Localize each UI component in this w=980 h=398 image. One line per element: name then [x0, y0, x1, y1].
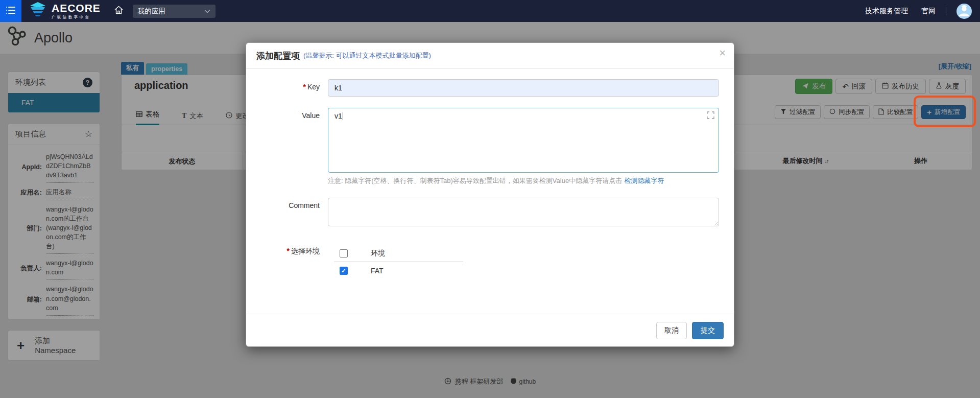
app-select-value: 我的应用 [138, 7, 165, 16]
required-mark: * [303, 83, 305, 91]
key-input[interactable] [328, 79, 719, 97]
detect-hidden-char-link[interactable]: 检测隐藏字符 [624, 177, 664, 184]
env-option-label: 环境 [371, 249, 385, 258]
home-button[interactable] [114, 5, 124, 17]
env-options-list: 环境 ✓ FAT [334, 245, 463, 279]
comment-form-row: Comment [246, 198, 719, 228]
env-option-label: FAT [371, 267, 384, 275]
comment-label: Comment [246, 198, 328, 228]
fullscreen-expand-icon[interactable] [679, 111, 714, 119]
aecore-logo[interactable]: AECORE 广联达数字中台 [29, 2, 101, 21]
submit-button[interactable]: 提交 [692, 322, 724, 339]
key-label: *Key [246, 79, 328, 97]
value-text: v1 [334, 112, 342, 120]
add-config-modal: 添加配置项 (温馨提示: 可以通过文本模式批量添加配置) × *Key Valu… [246, 42, 734, 347]
key-form-row: *Key [246, 79, 719, 97]
chevron-down-icon [204, 7, 210, 15]
value-label: Value [246, 108, 328, 185]
portal-topbar: AECORE 广联达数字中台 我的应用 技术服务管理 官网 [0, 0, 980, 22]
menu-icon [6, 6, 16, 17]
close-icon[interactable]: × [719, 48, 726, 59]
cancel-button[interactable]: 取消 [656, 322, 687, 339]
env-label: *选择环境 [246, 245, 328, 279]
modal-footer: 取消 提交 [246, 314, 734, 346]
modal-body: *Key Value v1 [246, 69, 734, 279]
app-select[interactable]: 我的应用 [133, 5, 216, 18]
user-avatar[interactable] [957, 4, 972, 19]
modal-title: 添加配置项 [256, 50, 300, 62]
topbar-divider [946, 7, 946, 15]
env-checkbox-all[interactable] [340, 249, 348, 257]
official-site-link[interactable]: 官网 [921, 7, 936, 16]
brand-name: AECORE [52, 3, 101, 13]
user-avatar-icon [957, 4, 972, 19]
aecore-logo-icon [29, 2, 47, 21]
hidden-char-note: 注意: 隐藏字符(空格、换行符、制表符Tab)容易导致配置出错，如果需要检测Va… [328, 176, 719, 185]
modal-header: 添加配置项 (温馨提示: 可以通过文本模式批量添加配置) × [246, 43, 734, 69]
env-option-fat: ✓ FAT [334, 262, 463, 279]
env-option-header: 环境 [334, 245, 463, 262]
menu-button[interactable] [0, 0, 21, 22]
env-form-row: *选择环境 环境 ✓ FAT [246, 245, 719, 279]
tech-service-link[interactable]: 技术服务管理 [865, 7, 908, 16]
page: AECORE 广联达数字中台 我的应用 技术服务管理 官网 [0, 0, 980, 398]
comment-textarea[interactable] [328, 198, 719, 226]
env-checkbox-fat[interactable]: ✓ [340, 267, 348, 275]
brand-subtitle: 广联达数字中台 [52, 15, 101, 20]
annotation-highlight-box [914, 96, 976, 127]
text-caret [343, 112, 343, 120]
required-mark: * [287, 247, 290, 255]
value-form-row: Value v1 注意: 隐藏字符(空格、换行符、制表符Tab)容易导致配置出错… [246, 108, 719, 185]
value-textarea[interactable]: v1 [328, 108, 719, 173]
home-icon [114, 5, 124, 17]
modal-title-hint: (温馨提示: 可以通过文本模式批量添加配置) [303, 51, 431, 60]
